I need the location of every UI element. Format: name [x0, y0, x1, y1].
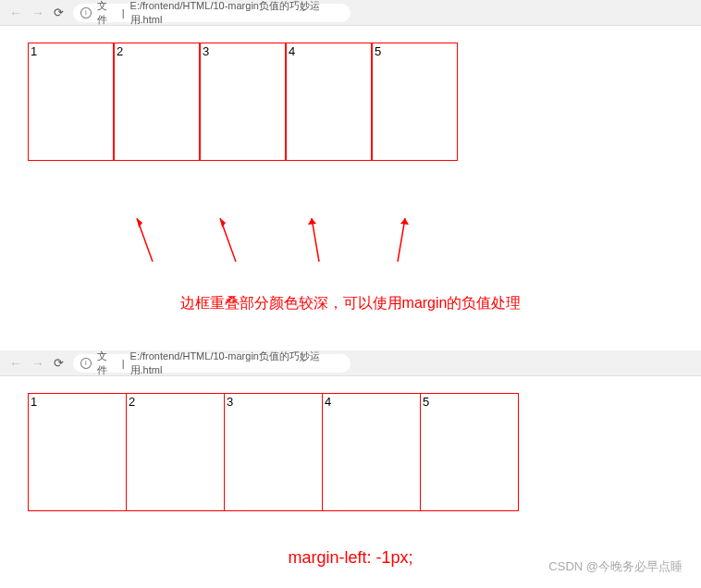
box-3: 3	[224, 393, 323, 511]
arrow-icon	[301, 211, 328, 266]
separator: |	[122, 7, 125, 18]
file-prefix: 文件	[97, 349, 117, 377]
box-5: 5	[372, 43, 458, 161]
box-1: 1	[28, 393, 127, 511]
browser-toolbar-1: ← → ⟳ i 文件 | E:/frontend/HTML/10-margin负…	[0, 0, 701, 26]
box-5: 5	[420, 393, 519, 511]
browser-toolbar-2: ← → ⟳ i 文件 | E:/frontend/HTML/10-margin负…	[0, 350, 701, 376]
watermark: CSDN @今晚务必早点睡	[548, 558, 683, 575]
separator: |	[122, 358, 125, 369]
svg-line-6	[398, 218, 405, 262]
arrow-icon	[213, 211, 240, 266]
svg-marker-7	[400, 218, 409, 225]
annotation-arrows	[28, 211, 701, 285]
arrow-icon	[388, 211, 416, 266]
page-content-1: 1 2 3 4 5	[0, 26, 701, 211]
page-content-2: 1 2 3 4 5	[0, 376, 701, 521]
box-4: 4	[286, 43, 372, 161]
address-bar-1[interactable]: i 文件 | E:/frontend/HTML/10-margin负值的巧妙运用…	[73, 4, 350, 22]
arrow-icon	[129, 211, 157, 266]
box-row-1: 1 2 3 4 5	[28, 43, 673, 161]
reload-button[interactable]: ⟳	[54, 356, 64, 370]
address-bar-2[interactable]: i 文件 | E:/frontend/HTML/10-margin负值的巧妙运用…	[73, 354, 350, 373]
svg-line-4	[312, 218, 319, 262]
box-2: 2	[126, 393, 225, 511]
back-button[interactable]: ←	[9, 356, 22, 371]
svg-marker-3	[220, 218, 226, 227]
forward-button[interactable]: →	[31, 6, 44, 20]
box-1: 1	[28, 43, 114, 161]
box-2: 2	[114, 43, 200, 161]
url-text: E:/frontend/HTML/10-margin负值的巧妙运用.html	[130, 349, 343, 377]
url-text: E:/frontend/HTML/10-margin负值的巧妙运用.html	[130, 0, 343, 27]
info-icon: i	[80, 7, 92, 18]
back-button[interactable]: ←	[9, 6, 22, 20]
info-icon: i	[80, 358, 92, 369]
svg-marker-1	[137, 218, 142, 227]
forward-button[interactable]: →	[31, 356, 44, 371]
box-3: 3	[200, 43, 286, 161]
file-prefix: 文件	[97, 0, 117, 27]
box-row-2: 1 2 3 4 5	[28, 393, 673, 511]
box-4: 4	[322, 393, 421, 511]
caption-1: 边框重叠部分颜色较深，可以使用margin的负值处理	[0, 294, 701, 313]
reload-button[interactable]: ⟳	[54, 6, 64, 19]
svg-marker-5	[308, 218, 316, 225]
